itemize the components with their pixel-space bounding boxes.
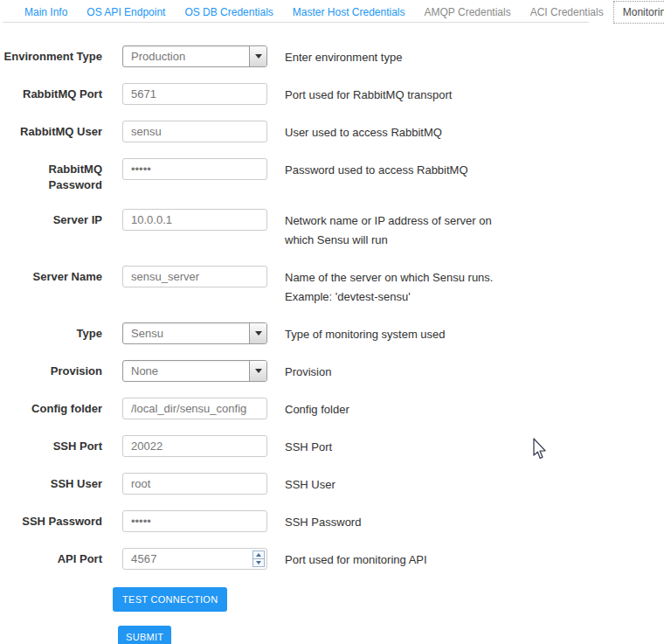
server-ip-input[interactable] [122, 209, 267, 231]
tab-os-db-credentials[interactable]: OS DB Credentials [175, 2, 282, 23]
tab-os-api-endpoint[interactable]: OS API Endpoint [77, 2, 175, 23]
spinner-up-icon [256, 553, 261, 557]
form-row-provision: Provision None Provision [0, 360, 664, 382]
form-row-rabbitmq-user: RabbitMQ User User used to access Rabbit… [0, 121, 664, 142]
field-help-text: User used to access RabbitMQ [285, 121, 503, 142]
select-button[interactable] [249, 361, 266, 381]
rabbitmq-port-input[interactable] [122, 83, 267, 105]
field-label: API Port [0, 548, 102, 570]
tab-amqp-credentials[interactable]: AMQP Credentials [415, 2, 521, 23]
spinner-down-button[interactable] [253, 559, 264, 566]
test-connection-button[interactable]: TEST CONNECTION [113, 587, 227, 612]
rabbitmq-user-input[interactable] [122, 121, 267, 142]
field-label: Config folder [0, 398, 102, 419]
tab-aci-credentials[interactable]: ACI Credentials [521, 2, 613, 23]
field-help-text: Config folder [285, 398, 503, 419]
select-value: None [123, 361, 249, 381]
form-row-rabbitmq-port: RabbitMQ Port Port used for RabbitMQ tra… [0, 83, 664, 105]
field-label: RabbitMQ User [0, 121, 102, 142]
field-help-text: Port used for RabbitMQ transport [285, 83, 503, 105]
form-row-server-ip: Server IP Network name or IP address of … [0, 209, 664, 250]
field-help-text: Name of the server on which Sensu runs. … [285, 266, 503, 307]
field-help-text: Port used for monitoring API [285, 548, 503, 570]
tab-master-host-credentials[interactable]: Master Host Credentials [283, 2, 415, 23]
submit-button[interactable]: SUBMIT [118, 626, 171, 644]
select-value: Production [123, 46, 249, 66]
field-help-text: SSH User [285, 473, 503, 495]
ssh-user-input[interactable] [122, 473, 267, 495]
field-label: RabbitMQ Port [0, 83, 102, 105]
field-label: SSH Port [0, 435, 102, 457]
form-row-ssh-user: SSH User SSH User [0, 473, 664, 495]
field-help-text: SSH Port [285, 435, 503, 457]
monitoring-form: Environment Type Production Enter enviro… [0, 24, 664, 644]
form-row-ssh-port: SSH Port SSH Port [0, 435, 664, 457]
select-value: Sensu [123, 323, 249, 343]
form-rows: Environment Type Production Enter enviro… [0, 45, 664, 570]
field-label: SSH Password [0, 510, 102, 532]
field-help-text: Enter environment type [285, 45, 503, 67]
form-row-environment-type: Environment Type Production Enter enviro… [0, 45, 664, 67]
tab-main-info[interactable]: Main Info [15, 2, 77, 23]
field-label: Server Name [0, 266, 102, 307]
form-row-config-folder: Config folder Config folder [0, 398, 664, 419]
field-help-text: Type of monitoring system used [285, 322, 503, 344]
number-spinner [252, 551, 265, 567]
provision-select[interactable]: None [122, 360, 267, 382]
select-button[interactable] [249, 46, 266, 66]
ssh-port-input[interactable] [122, 435, 267, 457]
chevron-down-icon [255, 369, 262, 373]
rabbitmq-password-input[interactable] [122, 158, 267, 180]
field-help-text: SSH Password [285, 510, 503, 532]
environment-type-select[interactable]: Production [122, 45, 267, 67]
select-button[interactable] [249, 323, 266, 343]
form-row-api-port: API Port Port used for monitoring API [0, 548, 664, 570]
api-port-input[interactable] [122, 548, 267, 570]
form-row-server-name: Server Name Name of the server on which … [0, 266, 664, 307]
type-select[interactable]: Sensu [122, 322, 267, 344]
form-row-rabbitmq-password: RabbitMQ Password Password used to acces… [0, 158, 664, 193]
tab-bar: Main InfoOS API EndpointOS DB Credential… [0, 0, 664, 24]
field-label: Server IP [0, 209, 102, 250]
spinner-down-icon [256, 561, 261, 564]
tab-monitoring[interactable]: Monitoring [613, 1, 664, 24]
field-label: Environment Type [0, 45, 102, 67]
number-control [122, 551, 267, 565]
field-help-text: Provision [285, 360, 503, 382]
field-label: RabbitMQ Password [0, 158, 102, 193]
form-row-ssh-password: SSH Password SSH Password [0, 510, 664, 532]
field-label: Type [0, 322, 102, 344]
ssh-password-input[interactable] [122, 510, 267, 532]
field-help-text: Password used to access RabbitMQ [285, 158, 503, 193]
spinner-up-button[interactable] [253, 551, 264, 559]
field-help-text: Network name or IP address of server on … [285, 209, 503, 250]
form-row-type: Type Sensu Type of monitoring system use… [0, 322, 664, 344]
server-name-input[interactable] [122, 266, 267, 287]
chevron-down-icon [255, 54, 262, 59]
chevron-down-icon [255, 331, 262, 336]
field-label: Provision [0, 360, 102, 382]
config-folder-input[interactable] [122, 398, 267, 419]
field-label: SSH User [0, 473, 102, 495]
